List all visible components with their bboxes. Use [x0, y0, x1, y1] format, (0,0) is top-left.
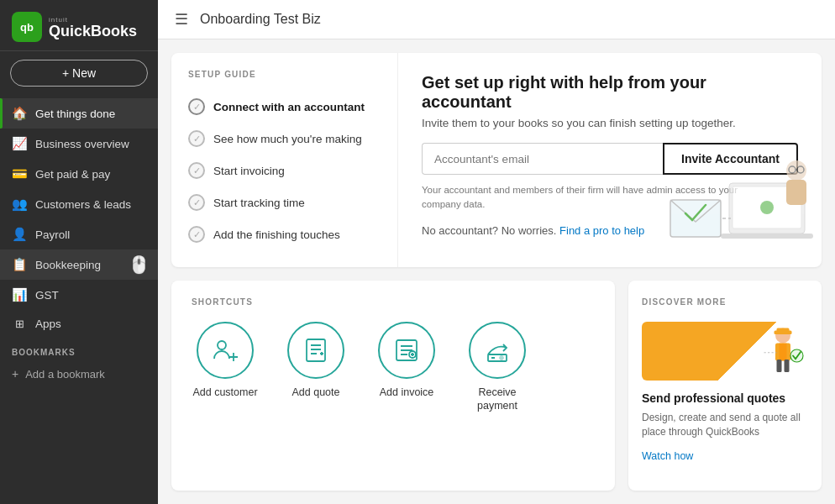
- setup-step-connect-accountant[interactable]: ✓ Connect with an accountant: [188, 91, 381, 123]
- sidebar-item-label: GST: [35, 289, 59, 302]
- customers-icon: 👥: [12, 197, 27, 212]
- svg-point-2: [760, 201, 774, 214]
- sidebar-nav: 🏠 Get things done 📈 Business overview 💳 …: [0, 95, 158, 341]
- discover-image: [642, 322, 808, 381]
- step-check-3: ✓: [188, 194, 205, 211]
- shortcut-add-invoice[interactable]: Add invoice: [373, 322, 440, 413]
- sidebar-item-label: Get paid & pay: [35, 168, 110, 181]
- add-bookmark-label: Add a bookmark: [25, 368, 105, 381]
- setup-guide-left: SETUP GUIDE ✓ Connect with an accountant…: [171, 53, 398, 267]
- sidebar-item-label: Customers & leads: [35, 198, 131, 211]
- cursor-icon: 🖱️: [129, 255, 150, 275]
- sidebar-item-bookkeeping[interactable]: 📋 Bookkeeping 🖱️: [0, 249, 158, 280]
- bottom-row: SHORTCUTS Add customer: [171, 281, 822, 491]
- sidebar-item-payroll[interactable]: 👤 Payroll: [0, 219, 158, 249]
- setup-step-start-tracking[interactable]: ✓ Start tracking time: [188, 186, 381, 218]
- setup-right-heading: Get set up right with help from your acc…: [422, 73, 775, 112]
- check-icon-0: ✓: [193, 102, 201, 113]
- sidebar: qb intuit QuickBooks + New 🏠 Get things …: [0, 0, 158, 504]
- step-check-2: ✓: [188, 162, 205, 179]
- payment-icon: 💳: [12, 166, 27, 181]
- check-icon-2: ✓: [193, 165, 201, 176]
- accountant-email-input[interactable]: [422, 143, 663, 175]
- sidebar-item-get-things-done[interactable]: 🏠 Get things done: [0, 98, 158, 129]
- logo-letters: qb: [20, 21, 34, 34]
- setup-guide-card: SETUP GUIDE ✓ Connect with an accountant…: [171, 53, 822, 267]
- svg-rect-14: [307, 339, 325, 361]
- logo-text: intuit QuickBooks: [49, 16, 137, 39]
- shortcut-label-add-invoice: Add invoice: [380, 386, 434, 399]
- find-pro-link[interactable]: Find a pro to help: [559, 224, 644, 237]
- topbar: ☰ Onboarding Test Biz: [158, 0, 835, 39]
- payroll-icon: 👤: [12, 227, 27, 242]
- shortcuts-grid: Add customer: [192, 322, 595, 413]
- discover-more-heading: DISCOVER MORE: [642, 297, 808, 307]
- sidebar-logo: qb intuit QuickBooks: [0, 0, 158, 51]
- sidebar-item-label: Get things done: [35, 108, 115, 120]
- check-icon-4: ✓: [193, 229, 201, 240]
- setup-guide-label: SETUP GUIDE: [188, 70, 381, 79]
- svg-point-11: [218, 341, 226, 349]
- discover-watch-how-link[interactable]: Watch how: [642, 450, 693, 462]
- step-check-4: ✓: [188, 226, 205, 243]
- discover-card-text: Design, create and send a quote all plac…: [642, 411, 808, 439]
- shortcut-receive-payment[interactable]: Receive payment: [464, 322, 531, 413]
- hamburger-menu[interactable]: ☰: [175, 10, 188, 29]
- step-label-1: See how much you're making: [213, 133, 362, 145]
- quickbooks-logo-icon: qb: [12, 12, 42, 42]
- chart-icon: 📈: [12, 136, 27, 151]
- shortcut-label-add-customer: Add customer: [192, 386, 257, 399]
- setup-guide-right: Get set up right with help from your acc…: [398, 53, 822, 267]
- shortcut-add-quote[interactable]: Add quote: [282, 322, 349, 413]
- receive-payment-icon: [469, 322, 526, 379]
- sidebar-item-label: Bookkeeping: [35, 259, 101, 271]
- discover-more-card: DISCOVER MORE: [628, 281, 822, 491]
- accountant-illustration: [662, 133, 822, 267]
- setup-step-start-invoicing[interactable]: ✓ Start invoicing: [188, 155, 381, 186]
- check-icon-3: ✓: [193, 197, 201, 208]
- plus-icon: +: [12, 367, 18, 381]
- bookkeeping-icon: 📋: [12, 257, 27, 272]
- step-label-4: Add the finishing touches: [213, 228, 340, 241]
- svg-rect-35: [777, 360, 782, 372]
- apps-icon: ⊞: [12, 318, 27, 330]
- home-icon: 🏠: [12, 106, 27, 121]
- shortcut-label-receive-payment: Receive payment: [464, 386, 531, 413]
- sidebar-item-label: Apps: [35, 318, 61, 330]
- add-quote-icon: [287, 322, 344, 379]
- step-label-0: Connect with an accountant: [213, 101, 365, 113]
- bookmarks-section-title: BOOKMARKS: [0, 341, 158, 360]
- shortcut-label-add-quote: Add quote: [292, 386, 340, 399]
- svg-rect-4: [670, 200, 721, 237]
- svg-rect-3: [721, 234, 813, 239]
- svg-rect-36: [785, 360, 790, 372]
- sidebar-item-gst[interactable]: 📊 GST: [0, 280, 158, 310]
- sidebar-item-customers-leads[interactable]: 👥 Customers & leads: [0, 189, 158, 219]
- add-bookmark-button[interactable]: + Add a bookmark: [0, 360, 158, 387]
- sidebar-item-business-overview[interactable]: 📈 Business overview: [0, 129, 158, 159]
- step-label-3: Start tracking time: [213, 197, 305, 209]
- new-button[interactable]: + New: [10, 60, 148, 87]
- step-check-0: ✓: [188, 98, 205, 115]
- shortcut-add-customer[interactable]: Add customer: [192, 322, 259, 413]
- check-icon-1: ✓: [193, 134, 201, 144]
- page-title: Onboarding Test Biz: [200, 12, 321, 27]
- svg-point-29: [500, 356, 503, 360]
- content-area: SETUP GUIDE ✓ Connect with an accountant…: [158, 39, 835, 504]
- shortcuts-heading: SHORTCUTS: [192, 297, 595, 307]
- svg-rect-32: [777, 328, 790, 332]
- sidebar-item-label: Business overview: [35, 138, 129, 150]
- shortcuts-card: SHORTCUTS Add customer: [171, 281, 615, 491]
- svg-rect-34: [780, 343, 787, 360]
- main-content: ☰ Onboarding Test Biz SETUP GUIDE ✓ Conn…: [158, 0, 835, 504]
- svg-rect-7: [786, 180, 806, 205]
- step-check-1: ✓: [188, 130, 205, 147]
- setup-step-finishing-touches[interactable]: ✓ Add the finishing touches: [188, 218, 381, 250]
- sidebar-item-apps[interactable]: ⊞ Apps: [0, 310, 158, 338]
- add-invoice-icon: [378, 322, 435, 379]
- gst-icon: 📊: [12, 287, 27, 302]
- quickbooks-label: QuickBooks: [49, 24, 137, 39]
- setup-step-see-making[interactable]: ✓ See how much you're making: [188, 123, 381, 155]
- sidebar-item-get-paid-pay[interactable]: 💳 Get paid & pay: [0, 159, 158, 189]
- discover-card-title: Send professional quotes: [642, 391, 808, 406]
